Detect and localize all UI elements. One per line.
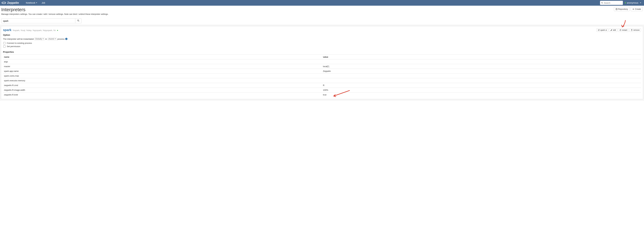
plus-icon xyxy=(632,8,634,10)
set-permission-checkbox[interactable]: Set permission xyxy=(3,45,641,47)
prop-name: spark.app.name xyxy=(3,69,322,74)
interpreter-card-spark: spark %spark, %sql, %dep, %pyspark, %ipy… xyxy=(1,26,643,99)
interpreter-status-dot-icon xyxy=(57,30,58,31)
prop-value xyxy=(322,59,641,64)
info-icon[interactable]: i xyxy=(65,38,68,40)
instantiation-option: The interpreter will be instantiated Glo… xyxy=(3,37,641,40)
search-icon xyxy=(77,19,80,22)
table-row: zeppelin.R.cmdR xyxy=(3,83,641,88)
nav-notebook[interactable]: Notebook xyxy=(24,0,40,5)
svg-line-6 xyxy=(79,21,79,21)
navbar-right: anonymous xyxy=(600,1,642,5)
content-wrapper: spark %spark, %sql, %dep, %pyspark, %ipy… xyxy=(0,24,644,101)
svg-point-4 xyxy=(616,8,617,9)
interpreter-name[interactable]: spark xyxy=(3,28,11,32)
svg-point-0 xyxy=(2,2,6,4)
search-icon xyxy=(601,2,603,4)
trash-icon xyxy=(631,29,633,31)
pencil-icon xyxy=(610,29,612,31)
table-row: spark.cores.max xyxy=(3,74,641,78)
prop-value: true xyxy=(322,92,641,97)
interpreter-filter-input[interactable] xyxy=(1,18,75,23)
prop-name: args xyxy=(3,59,322,64)
table-row: zeppelin.R.image.width100% xyxy=(3,88,641,92)
option-section-title: Option xyxy=(3,34,641,36)
global-search-input[interactable] xyxy=(604,2,622,4)
chevron-down-icon xyxy=(42,39,44,39)
restart-button[interactable]: restart xyxy=(618,28,629,32)
page-title: Interpreters xyxy=(1,7,614,12)
spark-ui-button[interactable]: spark ui xyxy=(596,28,608,32)
svg-line-3 xyxy=(602,3,603,3)
refresh-icon xyxy=(620,29,621,31)
remove-button[interactable]: remove xyxy=(629,28,641,32)
prop-value: R xyxy=(322,83,641,88)
table-row: spark.app.nameZeppelin xyxy=(3,69,641,74)
prop-name: zeppelin.R.cmd xyxy=(3,83,322,88)
global-search[interactable] xyxy=(600,1,623,5)
page-description: Manage interpreters settings. You can cr… xyxy=(1,13,614,15)
table-row: zeppelin.R.knitrtrue xyxy=(3,92,641,97)
mode-select[interactable]: shared xyxy=(48,37,57,40)
user-name: anonymous xyxy=(627,1,638,4)
prop-name: master xyxy=(3,64,322,69)
page-header-region: Interpreters Manage interpreters setting… xyxy=(0,6,644,24)
table-row: spark.executor.memory xyxy=(3,78,641,83)
prop-value xyxy=(322,74,641,78)
nav-job[interactable]: Job xyxy=(40,0,48,5)
svg-point-5 xyxy=(78,20,79,21)
prop-value: 100% xyxy=(322,88,641,92)
external-link-icon xyxy=(598,29,600,31)
table-row: masterlocal[*] xyxy=(3,64,641,69)
navbar-menu: Notebook Job xyxy=(24,0,600,5)
table-row: args xyxy=(3,59,641,64)
zeppelin-logo-icon xyxy=(2,1,6,4)
scope-select[interactable]: Globally xyxy=(34,37,44,40)
svg-point-1 xyxy=(2,2,6,3)
prop-value: Zeppelin xyxy=(322,69,641,74)
connect-existing-input[interactable] xyxy=(3,42,6,44)
prop-name: spark.executor.memory xyxy=(3,78,322,83)
chevron-down-icon xyxy=(55,39,56,39)
properties-table: name value argsmasterlocal[*]spark.app.n… xyxy=(3,54,641,97)
set-permission-input[interactable] xyxy=(3,45,6,47)
filter-search-button[interactable] xyxy=(75,18,82,23)
prop-name: spark.cores.max xyxy=(3,74,322,78)
navbar: Zeppelin Notebook Job anonymous xyxy=(0,0,644,6)
properties-section-title: Properties xyxy=(3,51,641,53)
interpreter-aliases: %spark, %sql, %dep, %pyspark, %ipyspark,… xyxy=(12,29,56,31)
create-button[interactable]: Create xyxy=(630,7,643,11)
prop-name: zeppelin.R.knitr xyxy=(3,92,322,97)
user-status-dot-icon xyxy=(625,2,626,3)
repository-button[interactable]: Repository xyxy=(614,7,630,11)
chevron-down-icon xyxy=(36,2,37,3)
chevron-down-icon xyxy=(640,2,641,3)
prop-name: zeppelin.R.image.width xyxy=(3,88,322,92)
prop-value xyxy=(322,78,641,83)
database-icon xyxy=(616,8,618,10)
svg-point-2 xyxy=(602,2,602,3)
col-name-header: name xyxy=(3,55,322,59)
connect-existing-checkbox[interactable]: Connect to existing process xyxy=(3,42,641,44)
edit-button[interactable]: edit xyxy=(609,28,617,32)
user-menu[interactable]: anonymous xyxy=(625,1,642,4)
prop-value: local[*] xyxy=(322,64,641,69)
brand-text: Zeppelin xyxy=(7,1,19,4)
brand[interactable]: Zeppelin xyxy=(2,1,19,4)
col-value-header: value xyxy=(322,55,641,59)
